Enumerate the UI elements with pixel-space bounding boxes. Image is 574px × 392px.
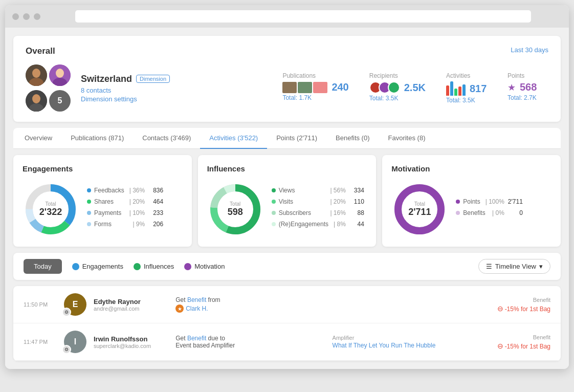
pub-thumb-3 [313, 82, 327, 93]
overall-title: Overall [26, 46, 55, 56]
dimension-badge: Dimension [136, 75, 170, 83]
influences-donut-label: Total 598 [228, 201, 243, 217]
contacts-link[interactable]: 8 contacts [81, 86, 170, 94]
bar-red [446, 85, 449, 96]
legend-points: Points | 100% 2'711 [456, 198, 523, 205]
widget-motivation: Motivation Total 2'711 [382, 155, 561, 247]
engagements-donut-row: Total 2'322 Feedbacks | 36% 836 [23, 181, 183, 237]
legend-feedbacks: Feedbacks | 36% 836 [87, 187, 163, 194]
clark-icon: ★ [175, 304, 184, 313]
stat-recipients: Recipients 2.5K Total: 3.5K [369, 72, 426, 104]
legend-shares: Shares | 20% 464 [87, 198, 163, 205]
bar-red2 [458, 86, 461, 96]
action-link-1[interactable]: Benefit [187, 296, 206, 303]
time-2: 11:47 PM [24, 339, 57, 345]
recipient-avatars [369, 81, 400, 94]
dot-payments [87, 211, 91, 215]
tab-activities[interactable]: Activities (3'522) [200, 128, 267, 149]
legend-visits: Visits | 20% 110 [272, 198, 364, 205]
tab-contacts[interactable]: Contacts (3'469) [133, 128, 200, 149]
person-name-2: Irwin Runolfsson [94, 335, 168, 343]
benefit-col-1: Benefit ⊖-15% for 1st Bag [489, 297, 550, 313]
filter-influences-label: Influences [144, 263, 174, 270]
star-icon: ★ [507, 82, 516, 93]
dot-feedbacks [87, 188, 91, 192]
motivation-donut: Total 2'711 [391, 181, 448, 237]
action-col-2: Get Benefit due to Event based Amplifier [175, 335, 325, 349]
today-button[interactable]: Today [24, 259, 62, 274]
legend-subscribers: Subscribers | 16% 88 [272, 209, 364, 216]
overall-header: Overall Last 30 days [26, 46, 548, 56]
traffic-light-maximize[interactable] [34, 13, 40, 20]
recipients-value: 2.5K [404, 82, 426, 94]
settings-link[interactable]: Dimension settings [81, 95, 170, 103]
tab-publications[interactable]: Publications (871) [61, 128, 133, 149]
stat-main-publications: 240 [282, 81, 348, 93]
filter-bar: Today Engagements Influences Motivation … [13, 253, 561, 280]
profile-row: 5 Switzerland Dimension 8 contacts Dimen… [26, 64, 548, 112]
benefit-label-2: Benefit [489, 334, 550, 340]
benefit-value-1: ⊖-15% for 1st Bag [489, 304, 550, 313]
timeline-view-button[interactable]: ☰ Timeline View ▾ [478, 259, 550, 274]
activities-total: Total: 3.5K [446, 97, 487, 104]
action-link-2[interactable]: Benefit [187, 335, 206, 342]
filter-influences[interactable]: Influences [134, 263, 174, 270]
activity-list: 11:50 PM E ⚙ Edythe Raynor andre@gmail.c… [13, 286, 561, 361]
legend-views: Views | 56% 334 [272, 187, 364, 194]
dot-benefits [456, 211, 460, 215]
pub-thumb-1 [282, 82, 297, 93]
small-overlay-2: ⚙ [62, 345, 71, 354]
stat-activities: Activities 817 Tot [446, 72, 487, 104]
benefit-icon-1: ⊖ [497, 304, 503, 313]
avatars-top [26, 64, 71, 86]
tab-points[interactable]: Points (2'711) [267, 128, 326, 149]
filter-motivation[interactable]: Motivation [184, 263, 225, 270]
publications-value: 240 [332, 81, 348, 93]
person-name-1: Edythe Raynor [94, 298, 168, 306]
svg-point-7 [32, 94, 40, 103]
avatar-group: 5 [26, 64, 71, 112]
traffic-light-close[interactable] [12, 13, 19, 20]
influences-donut-row: Total 598 Views | 56% 334 [207, 181, 367, 237]
legend-benefits: Benefits | 0% 0 [456, 209, 523, 216]
person-icon-col-2: I ⚙ [64, 331, 86, 353]
stat-main-points: ★ 568 [507, 81, 548, 93]
pub-thumb-2 [298, 82, 312, 93]
amplifier-label-2: Amplifier [333, 335, 482, 341]
amplifier-link-2[interactable]: What If They Let You Run The Hubble [333, 342, 436, 349]
dot-visits [272, 200, 276, 204]
benefit-col-2: Benefit ⊖-15% for 1st Bag [489, 334, 550, 350]
dot-shares [87, 200, 91, 204]
traffic-light-minimize[interactable] [23, 13, 30, 20]
publications-total: Total: 1.7K [282, 94, 348, 101]
tab-benefits[interactable]: Benefits (0) [326, 128, 379, 149]
person-info-1: Edythe Raynor andre@gmail.com [94, 298, 168, 312]
timeline-hamburger-icon: ☰ [486, 263, 492, 270]
influences-title: Influences [207, 164, 367, 173]
motivation-donut-row: Total 2'711 Points | 100% 2'711 [391, 181, 551, 237]
widget-engagements: Engagements [13, 155, 192, 247]
address-bar[interactable] [75, 10, 531, 23]
tab-favorites[interactable]: Favorites (8) [379, 128, 435, 149]
filter-dot-engagements [72, 263, 79, 270]
avatar-2 [49, 64, 71, 86]
points-total: Total: 2.7K [507, 94, 548, 101]
titlebar [5, 5, 569, 28]
profile-name: Switzerland Dimension [81, 74, 170, 84]
action-from-row-1: ★ Clark H. [175, 304, 325, 313]
motivation-donut-label: Total 2'711 [408, 201, 431, 217]
publication-thumbs [282, 82, 327, 93]
filter-engagements[interactable]: Engagements [72, 263, 123, 270]
engagements-title: Engagements [23, 164, 183, 173]
person-info-2: Irwin Runolfsson superclark@kadio.com [94, 335, 168, 349]
activity-row-1: 11:50 PM E ⚙ Edythe Raynor andre@gmail.c… [13, 286, 561, 323]
date-range-picker[interactable]: Last 30 days [511, 46, 548, 54]
tab-overview[interactable]: Overview [15, 128, 61, 149]
clark-link[interactable]: Clark H. [186, 305, 208, 312]
main-content: Overall Last 30 days [5, 28, 569, 369]
svg-point-4 [56, 69, 64, 78]
benefit-icon-2: ⊖ [497, 342, 503, 350]
stat-main-activities: 817 [446, 81, 487, 96]
activity-row-2: 11:47 PM I ⚙ Irwin Runolfsson superclark… [13, 323, 561, 361]
dot-subscribers [272, 211, 276, 215]
